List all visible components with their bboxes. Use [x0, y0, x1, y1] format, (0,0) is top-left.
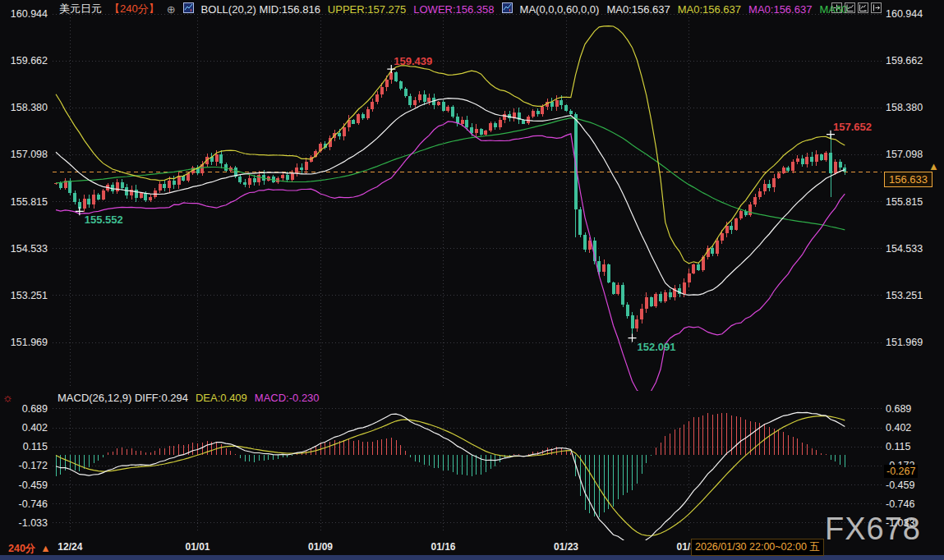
macd-hist-value: MACD:-0.230 [255, 392, 320, 404]
date-axis-label: 01/16 [431, 541, 455, 553]
ma0-yellow-value: MA0:156.637 [678, 3, 741, 16]
macd-axis-label-right: -0.746 [886, 498, 914, 510]
price-overlays [56, 26, 845, 395]
high-annotation: 157.652 [833, 121, 872, 133]
price-axis-label-left: 157.098 [0, 149, 48, 160]
ma0-magenta-value: MA0:156.637 [748, 3, 812, 16]
timeframe-arrow-icon: ▲ [40, 543, 50, 554]
macd-axis-label-left: -0.746 [0, 498, 48, 510]
high-annotation: 159.439 [394, 55, 432, 67]
ma-params: MA(0,0,0,60,0,0) [520, 3, 600, 16]
macd-dea-value: DEA:0.409 [196, 392, 247, 404]
gridlines [53, 14, 882, 532]
timeframe-text: 240分 [8, 543, 35, 554]
fx-chart-app: 美元日元【240分】⊕BOLL(20,2) MID:156.816UPPER:1… [0, 0, 944, 560]
boll-lower-value: LOWER:156.358 [413, 3, 494, 16]
macd-axis-label-left: -0.172 [0, 460, 48, 471]
date-axis-label: 01/09 [308, 541, 333, 553]
chart-canvas[interactable] [0, 0, 944, 560]
timeframe-indicator[interactable]: 240分▲ [8, 542, 51, 556]
macd-axis-label-left: -0.459 [0, 480, 48, 491]
candles [54, 69, 846, 338]
crosshair-icon[interactable] [831, 2, 842, 13]
macd-diff-value: MACD(26,12,9) DIFF:0.294 [58, 392, 188, 404]
current-price-badge: 156.633 [884, 172, 932, 187]
fit-chart-left-icon[interactable] [845, 2, 855, 13]
price-up-arrow-icon: ▲ [928, 160, 939, 172]
macd-axis-label-right: 0.402 [886, 422, 911, 434]
boll-upper-value: UPPER:157.275 [328, 3, 406, 16]
watermark: FX678 [825, 512, 921, 547]
macd-axis-label-right: -0.459 [886, 480, 914, 491]
price-axis-label-left: 155.815 [0, 196, 48, 208]
macd-axis-label-right: 0.115 [886, 441, 910, 452]
macd-indicator-header: MACD(26,12,9) DIFF:0.294DEA:0.409MACD:-0… [58, 392, 320, 404]
price-axis-label-left: 160.944 [0, 8, 48, 20]
low-annotation: 155.552 [85, 213, 123, 226]
pan-right-icon[interactable] [871, 2, 882, 13]
price-axis-label-right: 160.944 [886, 8, 923, 20]
date-axis-label: 12/24 [58, 541, 82, 553]
price-axis-label-right: 153.251 [886, 290, 923, 301]
line-chart-icon [502, 2, 513, 16]
price-axis-label-left: 159.662 [0, 55, 48, 67]
price-indicator-header: 美元日元【240分】⊕BOLL(20,2) MID:156.816UPPER:1… [59, 2, 850, 16]
macd-axis-label-left: -1.033 [0, 517, 48, 529]
chart-toolbar [831, 2, 882, 13]
price-axis-label-right: 154.533 [886, 243, 923, 255]
macd-settings-icon[interactable]: ☼ [2, 391, 13, 404]
date-axis-label: 01/23 [554, 541, 578, 553]
boll-mid-value: BOLL(20,2) MID:156.816 [201, 3, 320, 16]
price-axis-label-left: 158.380 [0, 102, 48, 113]
timeframe-label[interactable]: 【240分】 [109, 2, 159, 16]
session-time-chip: 2026/01/30 22:00~02:00 五 [691, 539, 824, 556]
price-axis-label-right: 158.380 [886, 102, 923, 113]
price-axis-label-right: 157.098 [886, 149, 923, 160]
add-indicator-icon[interactable]: ⊕ [167, 3, 176, 16]
fit-chart-right-icon[interactable] [858, 2, 868, 13]
macd-axis-label-right: 0.689 [886, 403, 911, 415]
instrument-name: 美元日元 [59, 2, 102, 16]
macd-histogram [56, 413, 845, 517]
ma0-white-value: MA0:156.637 [606, 3, 670, 16]
macd-axis-label-left: 0.115 [0, 441, 48, 452]
price-axis-label-left: 153.251 [0, 290, 48, 301]
macd-axis-label-left: 0.402 [0, 422, 48, 434]
price-axis-label-right: 159.662 [886, 55, 923, 67]
candle-chart-icon [183, 2, 194, 16]
low-annotation: 152.091 [638, 341, 676, 353]
price-axis-label-right: 151.969 [886, 337, 923, 348]
price-axis-label-left: 154.533 [0, 243, 48, 255]
current-macd-badge: -0.267 [884, 465, 918, 478]
price-axis-label-right: 155.815 [886, 196, 923, 208]
price-axis-label-left: 151.969 [0, 337, 48, 348]
macd-axis-label-left: 0.689 [0, 403, 48, 415]
date-axis-label: 01/01 [185, 541, 210, 553]
